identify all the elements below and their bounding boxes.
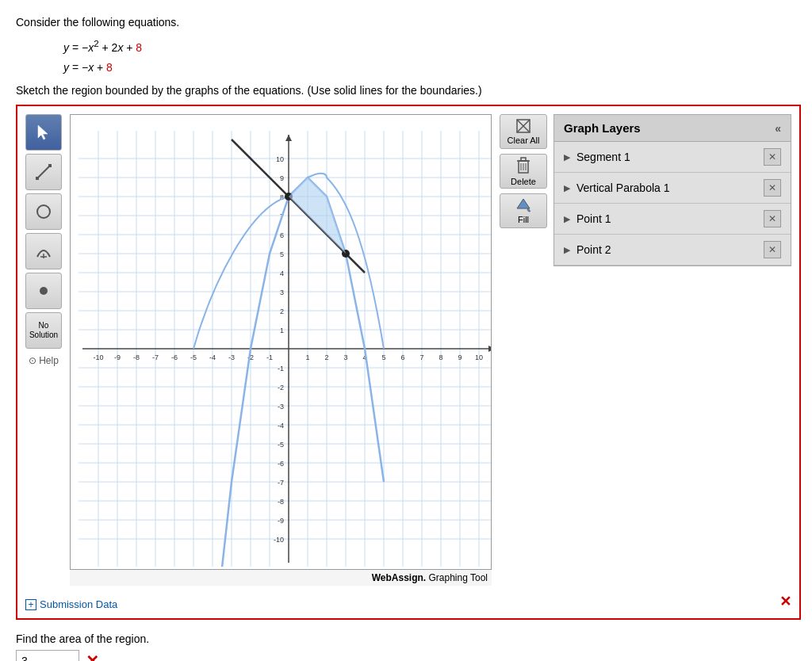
main-container: No Solution ⊙ Help // We'll draw via [16, 105, 801, 620]
equations-block: y = −x2 + 2x + 8 y = −x + 8 [63, 35, 796, 78]
help-label: Help [39, 355, 59, 366]
svg-text:10: 10 [276, 155, 284, 163]
svg-point-4 [37, 205, 50, 218]
help-icon: ⊙ [29, 355, 36, 366]
svg-text:6: 6 [400, 353, 404, 361]
point-tool-button[interactable] [25, 273, 62, 309]
layer-arrow-point2[interactable]: ▶ [564, 245, 570, 255]
side-buttons-col: Clear All Delete [500, 114, 547, 228]
answer-row: ✕ [16, 650, 796, 661]
svg-text:5: 5 [280, 250, 284, 258]
svg-text:10: 10 [475, 353, 483, 361]
help-link[interactable]: ⊙ Help [29, 355, 59, 366]
svg-text:-3: -3 [228, 353, 235, 361]
svg-point-5 [40, 287, 48, 295]
layer-name-point1: Point 1 [576, 212, 757, 225]
graph-svg[interactable]: // We'll draw via SVG directly [71, 115, 491, 567]
layer-delete-point2[interactable]: ✕ [764, 241, 781, 258]
parabola-tool-button[interactable] [25, 233, 62, 269]
layer-item-point1: ▶ Point 1 ✕ [554, 204, 791, 235]
clear-all-icon [515, 118, 531, 134]
graphing-tool-label: Graphing Tool [426, 572, 488, 583]
line-tool-button[interactable] [25, 154, 62, 190]
intro-text: Consider the following equations. [16, 16, 796, 29]
svg-text:1: 1 [280, 327, 284, 334]
delete-button[interactable]: Delete [500, 154, 547, 189]
clear-all-label: Clear All [508, 136, 540, 145]
layer-delete-parabola[interactable]: ✕ [764, 179, 781, 197]
webassign-label: WebAssign. Graphing Tool [70, 570, 492, 586]
layer-item-parabola: ▶ Vertical Parabola 1 ✕ [554, 173, 791, 204]
svg-text:-1: -1 [278, 365, 284, 373]
svg-text:-2: -2 [278, 384, 284, 392]
equation-2: y = −x + 8 [63, 58, 796, 78]
svg-text:6: 6 [280, 231, 284, 239]
answer-input[interactable] [16, 650, 79, 661]
svg-text:-9: -9 [278, 517, 284, 525]
layer-arrow-segment[interactable]: ▶ [564, 152, 570, 162]
delete-icon [515, 156, 531, 175]
fill-label: Fill [518, 215, 529, 224]
svg-text:-10: -10 [93, 353, 103, 361]
layer-delete-segment[interactable]: ✕ [764, 148, 781, 166]
select-tool-button[interactable] [25, 114, 62, 151]
svg-text:-6: -6 [278, 460, 284, 468]
find-area-section: Find the area of the region. ✕ [16, 632, 796, 661]
webassign-brand: WebAssign. [372, 572, 426, 583]
layer-item-point2: ▶ Point 2 ✕ [554, 235, 791, 266]
eq1-red: 8 [136, 41, 142, 54]
svg-text:-5: -5 [190, 353, 197, 361]
svg-marker-0 [38, 125, 48, 139]
svg-text:-1: -1 [266, 353, 273, 361]
svg-line-1 [37, 166, 50, 178]
svg-text:-10: -10 [274, 536, 284, 544]
svg-rect-3 [48, 164, 52, 167]
clear-all-button[interactable]: Clear All [500, 114, 547, 149]
layer-arrow-parabola[interactable]: ▶ [564, 183, 570, 193]
layer-arrow-point1[interactable]: ▶ [564, 214, 570, 224]
layers-header: Graph Layers « [554, 115, 791, 142]
graph-area: No Solution ⊙ Help // We'll draw via [25, 114, 791, 586]
svg-text:-4: -4 [278, 422, 284, 430]
circle-tool-button[interactable] [25, 193, 62, 230]
submission-data-toggle[interactable]: + Submission Data [25, 598, 117, 610]
toolbar: No Solution ⊙ Help [25, 114, 62, 586]
svg-text:9: 9 [280, 174, 284, 182]
layers-title: Graph Layers [564, 121, 641, 135]
eq2-red: 8 [106, 61, 113, 74]
submission-data-label: Submission Data [40, 598, 117, 610]
svg-text:7: 7 [419, 353, 423, 361]
svg-text:-9: -9 [114, 353, 121, 361]
svg-text:2: 2 [324, 353, 328, 361]
submission-data-icon: + [25, 599, 36, 610]
svg-text:-6: -6 [171, 353, 178, 361]
svg-text:3: 3 [343, 353, 347, 361]
fill-icon [514, 197, 533, 213]
svg-text:-8: -8 [133, 353, 140, 361]
wrong-answer-icon: ✕ [86, 651, 99, 661]
close-button[interactable]: ✕ [779, 593, 791, 610]
layer-name-parabola: Vertical Parabola 1 [576, 181, 757, 194]
svg-text:8: 8 [439, 353, 442, 361]
layer-delete-point1[interactable]: ✕ [764, 210, 781, 227]
svg-rect-92 [521, 158, 526, 161]
equation-1: y = −x2 + 2x + 8 [63, 35, 796, 58]
delete-label: Delete [511, 177, 536, 186]
svg-text:-5: -5 [278, 441, 284, 449]
svg-text:-3: -3 [278, 403, 284, 411]
graph-svg-container[interactable]: // We'll draw via SVG directly [70, 114, 492, 570]
svg-text:-7: -7 [278, 479, 284, 487]
svg-text:3: 3 [280, 288, 284, 296]
svg-text:1: 1 [305, 353, 309, 361]
right-section: Clear All Delete [500, 114, 791, 586]
bottom-bar: + Submission Data ✕ [25, 592, 791, 610]
svg-rect-2 [36, 177, 39, 180]
svg-text:-7: -7 [152, 353, 159, 361]
svg-text:5: 5 [381, 353, 385, 361]
find-area-text: Find the area of the region. [16, 632, 796, 645]
fill-button[interactable]: Fill [500, 193, 547, 228]
no-solution-button[interactable]: No Solution [25, 312, 62, 349]
svg-text:4: 4 [280, 269, 284, 277]
collapse-button[interactable]: « [775, 122, 781, 135]
layer-name-segment: Segment 1 [576, 151, 757, 163]
